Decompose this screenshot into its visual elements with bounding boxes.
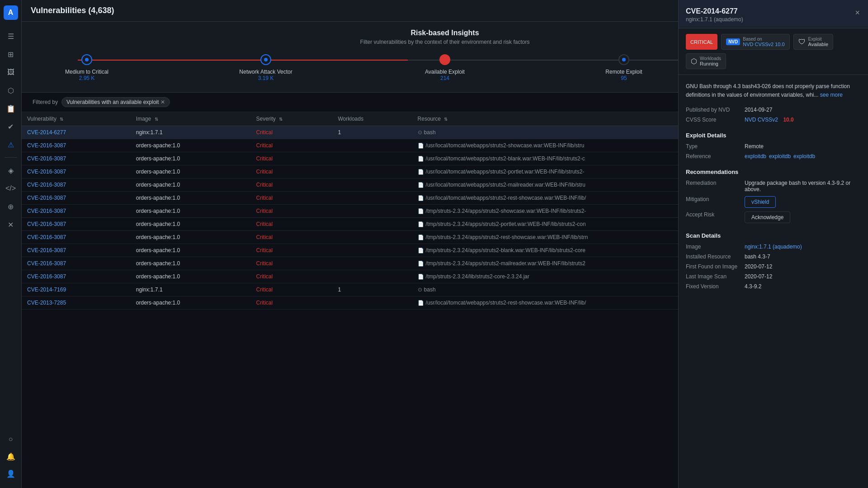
exploit-type-value: Remote [745, 143, 861, 150]
sidebar-item-policies[interactable]: 📋 [3, 100, 19, 117]
filter-tag-remove[interactable]: ✕ [160, 99, 165, 105]
scan-details-section: Scan Details Image nginx:1.7.1 (aquademo… [686, 232, 861, 290]
step-label-4: Remote Exploit [605, 69, 642, 75]
cell-vulnerability[interactable]: CVE-2016-3087 [22, 218, 131, 231]
cell-severity: Critical [251, 178, 333, 192]
sidebar-item-vulnerabilities[interactable]: ⚠ [3, 136, 19, 153]
sidebar-item-code[interactable]: </> [3, 180, 19, 197]
sidebar-item-bell[interactable]: 🔔 [3, 448, 19, 465]
mitigation-label: Mitigation [686, 196, 745, 202]
cell-severity: Critical [251, 244, 333, 257]
cell-vulnerability[interactable]: CVE-2014-7169 [22, 283, 131, 296]
badges-row: CRITICAL NVD Based on NVD CVSSv2 10.0 🛡 … [679, 28, 868, 75]
step-value-4: 95 [621, 75, 627, 81]
cell-vulnerability[interactable]: CVE-2016-3087 [22, 270, 131, 283]
cell-image: orders-apache:1.0 [131, 270, 251, 283]
cell-workloads [332, 270, 412, 283]
exploitdb-link-3[interactable]: exploitdb [793, 153, 815, 160]
cell-severity: Critical [251, 152, 333, 165]
cell-image: orders-apache:1.0 [131, 296, 251, 310]
file-icon: 📄 [418, 143, 424, 149]
step-remote-exploit[interactable]: Remote Exploit 95 [597, 54, 651, 81]
resource-text: /tmp/struts-2.3.24/apps/struts2-mailread… [426, 260, 585, 267]
see-more-link[interactable]: see more [820, 92, 843, 98]
vshield-button[interactable]: vShield [745, 196, 776, 208]
cell-vulnerability[interactable]: CVE-2016-3087 [22, 139, 131, 152]
accept-risk-value: Acknowledge [745, 211, 861, 223]
badge-nvd: NVD Based on NVD CVSSv2 10.0 [721, 34, 789, 50]
step-circle-inner-4 [622, 58, 626, 61]
sidebar-item-workloads[interactable]: ⬡ [3, 82, 19, 99]
step-value-3: 214 [440, 75, 449, 81]
cell-severity: Critical [251, 126, 333, 139]
step-circle-3 [439, 54, 450, 65]
step-network-attack[interactable]: Network Attack Vector 3.19 K [239, 54, 293, 81]
resource-text: /usr/local/tomcat/webapps/struts2-showca… [426, 142, 585, 149]
exploitdb-link-2[interactable]: exploitdb [769, 153, 791, 160]
sidebar-item-dashboard[interactable]: ⊞ [3, 46, 19, 62]
cell-vulnerability[interactable]: CVE-2014-6277 [22, 126, 131, 139]
cell-vulnerability[interactable]: CVE-2016-3087 [22, 257, 131, 270]
sidebar-item-compliance[interactable]: ✔ [3, 118, 19, 135]
cell-workloads: 1 [332, 126, 412, 139]
recommendations-title: Recommendations [686, 169, 861, 175]
filter-tag[interactable]: Vulnerabilities with an available exploi… [61, 97, 170, 107]
page-title: Vulnerabilities (4,638) [31, 6, 114, 15]
resource-text: /tmp/struts-2.3.24/apps/struts2-blank.wa… [426, 247, 585, 253]
cell-image: orders-apache:1.0 [131, 178, 251, 192]
sidebar-item-user-circle[interactable]: ○ [3, 431, 19, 447]
sort-vulnerability-icon: ⇅ [60, 117, 63, 122]
step-label-3: Available Exploit [425, 69, 465, 75]
cell-image: orders-apache:1.0 [131, 205, 251, 218]
sidebar-item-images[interactable]: 🖼 [3, 64, 19, 80]
remediation-label: Remediation [686, 180, 745, 186]
detail-header-text: CVE-2014-6277 nginx:1.7.1 (aquademo) [686, 7, 743, 23]
step-circle-inner-2 [264, 58, 268, 61]
cell-vulnerability[interactable]: CVE-2016-3087 [22, 178, 131, 192]
cell-vulnerability[interactable]: CVE-2016-3087 [22, 192, 131, 205]
first-found-value: 2020-07-12 [745, 263, 861, 270]
step-available-exploit[interactable]: Available Exploit 214 [418, 54, 472, 81]
scan-image-link[interactable]: nginx:1.7.1 (aquademo) [745, 244, 802, 250]
sidebar-item-menu[interactable]: ☰ [3, 28, 19, 44]
cell-vulnerability[interactable]: CVE-2016-3087 [22, 244, 131, 257]
cell-workloads [332, 205, 412, 218]
cell-vulnerability[interactable]: CVE-2016-3087 [22, 165, 131, 178]
cell-severity: Critical [251, 270, 333, 283]
cell-workloads [332, 139, 412, 152]
detail-close-button[interactable]: × [854, 7, 861, 19]
first-found-label: First Found on Image [686, 263, 745, 270]
filter-label: Filtered by [33, 99, 58, 105]
exploitdb-link-1[interactable]: exploitdb [745, 153, 766, 160]
cell-vulnerability[interactable]: CVE-2013-7285 [22, 296, 131, 310]
step-medium-to-critical[interactable]: Medium to Critical 2.95 K [60, 54, 114, 81]
col-vulnerability[interactable]: Vulnerability ⇅ [22, 112, 131, 126]
col-severity[interactable]: Severity ⇅ [251, 112, 333, 126]
sidebar-divider [5, 157, 17, 158]
sidebar-item-user[interactable]: 👤 [3, 465, 19, 482]
last-scan-row: Last Image Scan 2020-07-12 [686, 273, 861, 280]
col-image[interactable]: Image ⇅ [131, 112, 251, 126]
cell-image: orders-apache:1.0 [131, 231, 251, 244]
cvss-nvd-link[interactable]: NVD CVSSv2 [745, 117, 778, 123]
installed-resource-label: Installed Resource [686, 253, 745, 260]
fixed-version-row: Fixed Version 4.3-9.2 [686, 283, 861, 290]
resource-text: /tmp/struts-2.3.24/apps/struts2-showcase… [426, 208, 586, 214]
cell-workloads [332, 178, 412, 192]
sidebar-item-network[interactable]: ◈ [3, 162, 19, 178]
sidebar-item-integrations[interactable]: ⊕ [3, 198, 19, 215]
filter-tag-text: Vulnerabilities with an available exploi… [66, 99, 159, 105]
sidebar-item-alerts[interactable]: ✕ [3, 216, 19, 233]
acknowledge-button[interactable]: Acknowledge [745, 211, 790, 223]
cell-workloads [332, 244, 412, 257]
file-icon: 📄 [418, 300, 424, 306]
cell-vulnerability[interactable]: CVE-2016-3087 [22, 205, 131, 218]
cell-severity: Critical [251, 192, 333, 205]
cell-image: orders-apache:1.0 [131, 152, 251, 165]
resource-text: /usr/local/tomcat/webapps/struts2-portle… [426, 169, 585, 175]
cell-vulnerability[interactable]: CVE-2016-3087 [22, 152, 131, 165]
badge-critical: CRITICAL [686, 34, 717, 50]
cell-vulnerability[interactable]: CVE-2016-3087 [22, 231, 131, 244]
last-scan-value: 2020-07-12 [745, 273, 861, 280]
detail-body: GNU Bash through 4.3 bash43-026 does not… [679, 75, 868, 488]
